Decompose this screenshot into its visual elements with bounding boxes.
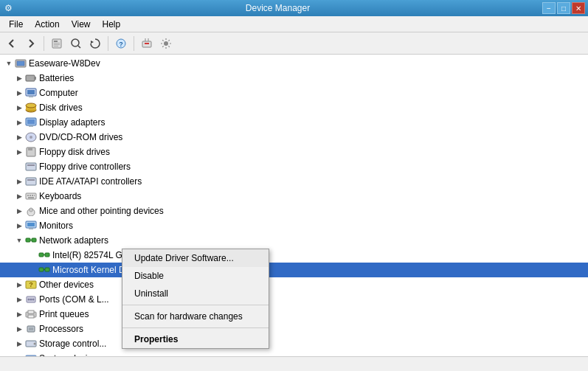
tree-item-network[interactable]: ▼ Network adapters xyxy=(0,233,588,248)
close-button[interactable]: ✕ xyxy=(572,2,585,14)
svg-rect-4 xyxy=(54,46,58,46)
svg-point-69 xyxy=(34,343,36,345)
menu-bar: File Action View Help xyxy=(0,16,588,32)
svg-rect-65 xyxy=(28,315,34,318)
svg-point-24 xyxy=(26,103,36,108)
back-button[interactable] xyxy=(3,35,21,52)
svg-rect-39 xyxy=(32,195,33,196)
help-button[interactable]: ? xyxy=(112,35,130,52)
storage-expander[interactable]: ▶ xyxy=(13,338,25,350)
menu-action[interactable]: Action xyxy=(29,17,65,32)
tree-item-processors[interactable]: ▶ Processors xyxy=(0,322,588,336)
title-bar-controls: − □ ✕ xyxy=(542,2,585,14)
maximize-button[interactable]: □ xyxy=(557,2,570,14)
svg-rect-20 xyxy=(27,90,35,94)
tree-item-ide[interactable]: ▶ IDE ATA/ATAPI controllers xyxy=(0,174,588,189)
minimize-button[interactable]: − xyxy=(542,2,556,14)
ms-kernel-icon xyxy=(38,264,50,276)
print-label: Print queues xyxy=(39,309,585,319)
tree-item-computer[interactable]: ▶ Computer xyxy=(0,86,588,100)
system-label: System devices xyxy=(39,353,585,356)
ports-label: Ports (COM & L... xyxy=(39,294,585,305)
processors-expander[interactable]: ▶ xyxy=(13,323,25,335)
settings-button[interactable] xyxy=(157,35,175,52)
menu-file[interactable]: File xyxy=(3,17,29,32)
svg-rect-48 xyxy=(26,238,30,242)
tree-item-mice[interactable]: ▶ Mice and other pointing devices xyxy=(0,204,588,218)
properties-button[interactable] xyxy=(48,35,66,52)
svg-point-60 xyxy=(28,299,30,301)
svg-rect-40 xyxy=(34,195,35,196)
mice-expander[interactable]: ▶ xyxy=(13,205,25,217)
network-label: Network adapters xyxy=(39,235,585,246)
svg-rect-26 xyxy=(27,119,35,124)
tree-root[interactable]: ▼ Easeware-W8Dev xyxy=(0,56,588,71)
monitors-label: Monitors xyxy=(39,221,585,231)
floppy-label: Floppy disk drives xyxy=(39,147,585,157)
tree-item-batteries[interactable]: ▶ Batteries xyxy=(0,71,588,86)
dvd-expander[interactable]: ▶ xyxy=(13,131,25,143)
remove-button[interactable] xyxy=(138,35,156,52)
menu-view[interactable]: View xyxy=(66,17,97,32)
svg-marker-7 xyxy=(91,41,94,44)
tree-item-keyboards[interactable]: ▶ Keyboards xyxy=(0,189,588,204)
mice-label: Mice and other pointing devices xyxy=(39,206,585,216)
dvd-icon xyxy=(25,131,37,143)
tree-item-dvd[interactable]: ▶ DVD/CD-ROM drives xyxy=(0,130,588,145)
keyboards-expander[interactable]: ▶ xyxy=(13,190,25,202)
svg-rect-46 xyxy=(27,223,35,226)
batteries-expander[interactable]: ▶ xyxy=(13,72,25,84)
ide-expander[interactable]: ▶ xyxy=(13,176,25,187)
floppy-ctrl-label: Floppy drive controllers xyxy=(39,162,585,172)
update-button[interactable] xyxy=(86,35,104,52)
tree-item-floppy-ctrl[interactable]: ▶ Floppy drive controllers xyxy=(0,159,588,174)
tree-item-storage[interactable]: ▶ Storage control... xyxy=(0,336,588,351)
toolbar-separator-3 xyxy=(134,36,134,51)
svg-rect-67 xyxy=(29,327,33,330)
computer-expander[interactable]: ▶ xyxy=(13,87,25,99)
other-expander[interactable]: ▶ xyxy=(13,279,25,291)
tree-item-ms-kernel[interactable]: ▶ Microsoft Kernel Debug Network Adapter xyxy=(0,263,588,277)
keyboards-icon xyxy=(25,190,37,202)
monitors-expander[interactable]: ▶ xyxy=(13,220,25,232)
tree-item-other[interactable]: ▶ ? Other devices xyxy=(0,277,588,292)
ctx-properties[interactable]: Properties xyxy=(122,330,269,348)
ctx-uninstall[interactable]: Uninstall xyxy=(122,285,269,302)
title-bar-icon: ⚙ xyxy=(3,3,13,13)
ctx-disable[interactable]: Disable xyxy=(122,267,269,285)
svg-rect-27 xyxy=(29,125,33,127)
root-icon xyxy=(15,58,27,69)
storage-icon xyxy=(25,338,37,350)
tree-item-disk[interactable]: ▶ Disk drives xyxy=(0,100,588,115)
ctx-scan-hardware[interactable]: Scan for hardware changes xyxy=(122,308,269,325)
tree-item-floppy[interactable]: ▶ Floppy disk drives xyxy=(0,145,588,159)
tree-item-ports[interactable]: ▶ Ports (COM & L... xyxy=(0,292,588,307)
toolbar-separator-2 xyxy=(108,36,108,51)
computer-label: Computer xyxy=(39,88,585,98)
root-expander[interactable]: ▼ xyxy=(3,58,15,69)
svg-rect-16 xyxy=(17,61,24,66)
network-expander[interactable]: ▼ xyxy=(13,235,25,246)
tree-item-system[interactable]: ▶ System devices xyxy=(0,351,588,356)
floppy-expander[interactable]: ▶ xyxy=(13,146,25,158)
storage-label: Storage control... xyxy=(39,339,585,349)
tree-item-display[interactable]: ▶ Display adapters xyxy=(0,115,588,130)
scan-button[interactable] xyxy=(67,35,85,52)
status-bar xyxy=(0,356,588,371)
system-expander[interactable]: ▶ xyxy=(13,353,25,356)
svg-point-61 xyxy=(30,299,32,301)
floppy-ctrl-expander[interactable]: ▶ xyxy=(13,161,25,173)
tree-item-print[interactable]: ▶ Print queues xyxy=(0,307,588,322)
print-expander[interactable]: ▶ xyxy=(13,308,25,320)
tree-item-intel-net[interactable]: ▶ Intel(R) 82574L Gigabit Network Connec… xyxy=(0,248,588,263)
display-expander[interactable]: ▶ xyxy=(13,117,25,128)
forward-button[interactable] xyxy=(22,35,40,52)
menu-help[interactable]: Help xyxy=(97,17,127,32)
svg-point-62 xyxy=(32,299,35,301)
floppy-ctrl-icon xyxy=(25,161,37,173)
disk-expander[interactable]: ▶ xyxy=(13,102,25,114)
tree-item-monitors[interactable]: ▶ Monitors xyxy=(0,218,588,233)
ctx-update-driver[interactable]: Update Driver Software... xyxy=(122,249,269,267)
ports-expander[interactable]: ▶ xyxy=(13,294,25,305)
svg-point-5 xyxy=(72,39,79,46)
